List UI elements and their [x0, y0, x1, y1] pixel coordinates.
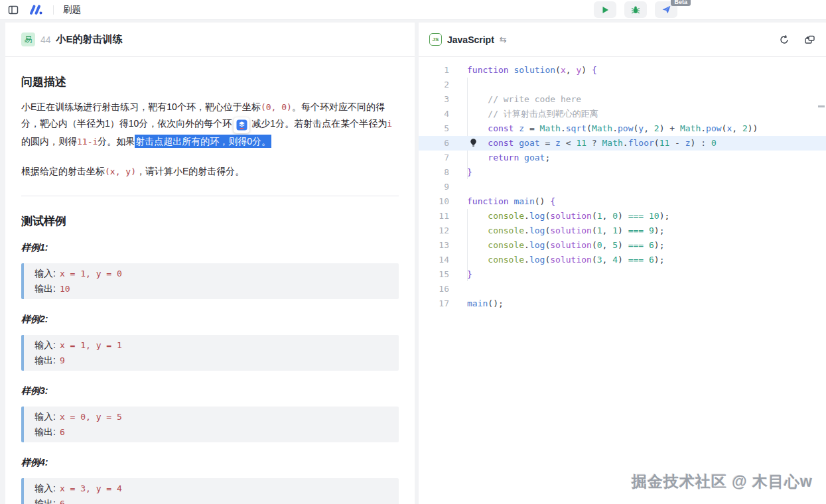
samples-list: 样例1:输入:x = 1, y = 0输出:10样例2:输入:x = 1, y …	[21, 242, 399, 504]
play-icon	[600, 5, 610, 15]
code-line: 8}	[419, 165, 826, 180]
input-label: 输入:	[34, 411, 56, 422]
code-line: 7 return goat;	[419, 151, 826, 165]
paper-plane-icon	[661, 5, 671, 15]
input-value: x = 1, y = 1	[60, 340, 122, 350]
reset-code-icon[interactable]	[779, 34, 790, 45]
line-number: 17	[419, 296, 449, 311]
code-line: 15}	[419, 267, 826, 282]
line-number: 2	[419, 78, 449, 92]
line-number: 9	[419, 180, 449, 194]
javascript-language-icon: JS	[429, 33, 442, 46]
code-line: 17main();	[419, 296, 826, 311]
sample-block: 样例1:输入:x = 1, y = 0输出:10	[21, 242, 399, 299]
editor-header: JS JavaScript ⇆	[419, 23, 826, 57]
sample-box: 输入:x = 0, y = 5输出:6	[21, 407, 399, 442]
code-line: 3 // write code here	[419, 92, 826, 107]
sidebar-toggle-icon[interactable]	[8, 5, 19, 15]
sample-label: 样例2:	[21, 314, 399, 326]
problem-header: 易 44 小E的射击训练	[5, 23, 415, 57]
code-line: 2	[419, 78, 826, 92]
code-line: 4 // 计算射击点到靶心的距离	[419, 107, 826, 121]
language-switch-icon[interactable]: ⇆	[500, 34, 507, 44]
input-value: x = 0, y = 5	[60, 412, 122, 422]
dictionary-popup-icon[interactable]	[234, 117, 249, 133]
difficulty-badge: 易	[21, 32, 35, 46]
output-label: 输出:	[34, 283, 56, 294]
problem-panel: 易 44 小E的射击训练 问题描述 小E正在训练场进行射击练习，靶有10个环，靶…	[5, 23, 415, 504]
output-value: 10	[60, 284, 70, 294]
input-value: x = 1, y = 0	[60, 269, 122, 279]
sample-label: 样例3:	[21, 385, 399, 397]
line-number: 15	[419, 267, 449, 282]
sample-label: 样例1:	[21, 242, 399, 254]
code-line: 6 const goat = z < 11 ? Math.floor(11 - …	[419, 136, 826, 151]
line-number: 12	[419, 223, 449, 238]
output-label: 输出:	[34, 355, 56, 365]
input-label: 输入:	[34, 340, 56, 350]
description-paragraph-1: 小E正在训练场进行射击练习，靶有10个环，靶心位于坐标(0, 0)。每个环对应不…	[21, 99, 399, 150]
bug-icon	[631, 5, 640, 15]
line-number: 14	[419, 253, 449, 267]
sample-box: 输入:x = 1, y = 0输出:10	[21, 263, 399, 299]
sample-block: 样例2:输入:x = 1, y = 1输出:9	[21, 314, 399, 371]
samples-heading: 测试样例	[21, 214, 399, 229]
line-number: 5	[419, 121, 449, 136]
app-logo-icon[interactable]	[28, 4, 44, 16]
language-name: JavaScript	[447, 34, 494, 45]
line-number: 6	[419, 136, 449, 151]
code-panel: JS JavaScript ⇆ 1function solution(x, y)…	[419, 23, 826, 504]
problem-title: 小E的射击训练	[56, 33, 123, 46]
output-value: 6	[60, 427, 65, 437]
sample-box: 输入:x = 1, y = 1输出:9	[21, 335, 399, 371]
output-label: 输出:	[34, 426, 56, 437]
code-line: 10function main() {	[419, 194, 826, 209]
debug-button[interactable]	[624, 1, 647, 18]
description-heading: 问题描述	[21, 74, 399, 90]
scrollbar-overview-mark[interactable]	[818, 105, 825, 107]
line-number: 7	[419, 151, 449, 165]
problem-content: 问题描述 小E正在训练场进行射击练习，靶有10个环，靶心位于坐标(0, 0)。每…	[5, 57, 415, 504]
watermark: 掘金技术社区 @ 木目心w	[632, 472, 813, 492]
line-number: 8	[419, 165, 449, 180]
sample-box: 输入:x = 3, y = 4输出:6	[21, 478, 399, 504]
run-button[interactable]	[594, 1, 616, 18]
input-label: 输入:	[34, 483, 56, 493]
line-number: 16	[419, 282, 449, 296]
problem-id: 44	[40, 34, 51, 45]
beta-badge: Beta	[671, 0, 691, 6]
code-line: 5 const z = Math.sqrt(Math.pow(y, 2) + M…	[419, 121, 826, 136]
line-number: 10	[419, 194, 449, 209]
code-line: 13 console.log(solution(0, 5) === 6);	[419, 238, 826, 253]
code-line: 1function solution(x, y) {	[419, 63, 826, 78]
description-paragraph-2: 根据给定的射击坐标(x, y)，请计算小E的射击得分。	[21, 163, 399, 180]
code-line: 14 console.log(solution(3, 4) === 6);	[419, 253, 826, 267]
topbar-divider	[53, 5, 54, 15]
sample-block: 样例4:输入:x = 3, y = 4输出:6	[21, 457, 399, 504]
output-value: 9	[60, 355, 65, 365]
input-value: x = 3, y = 4	[60, 483, 122, 493]
compare-code-icon[interactable]	[804, 34, 815, 45]
input-label: 输入:	[34, 268, 56, 279]
app-title: 刷题	[63, 4, 81, 16]
code-editor[interactable]: 1function solution(x, y) {23 // write co…	[419, 57, 826, 504]
code-line: 12 console.log(solution(1, 1) === 9);	[419, 223, 826, 238]
code-line: 16	[419, 282, 826, 296]
section-divider	[21, 196, 399, 196]
code-line: 11 console.log(solution(1, 0) === 10);	[419, 209, 826, 223]
top-bar: 刷题 Beta	[0, 0, 826, 20]
line-number: 13	[419, 238, 449, 253]
output-value: 6	[60, 499, 65, 504]
sample-label: 样例4:	[21, 457, 399, 469]
line-number: 3	[419, 92, 449, 107]
code-lines: 1function solution(x, y) {23 // write co…	[419, 63, 826, 311]
output-label: 输出:	[34, 498, 56, 504]
line-number: 4	[419, 107, 449, 121]
line-number: 11	[419, 209, 449, 223]
line-number: 1	[419, 63, 449, 78]
sample-block: 样例3:输入:x = 0, y = 5输出:6	[21, 385, 399, 442]
code-line: 9	[419, 180, 826, 194]
submit-button[interactable]: Beta	[655, 1, 677, 18]
